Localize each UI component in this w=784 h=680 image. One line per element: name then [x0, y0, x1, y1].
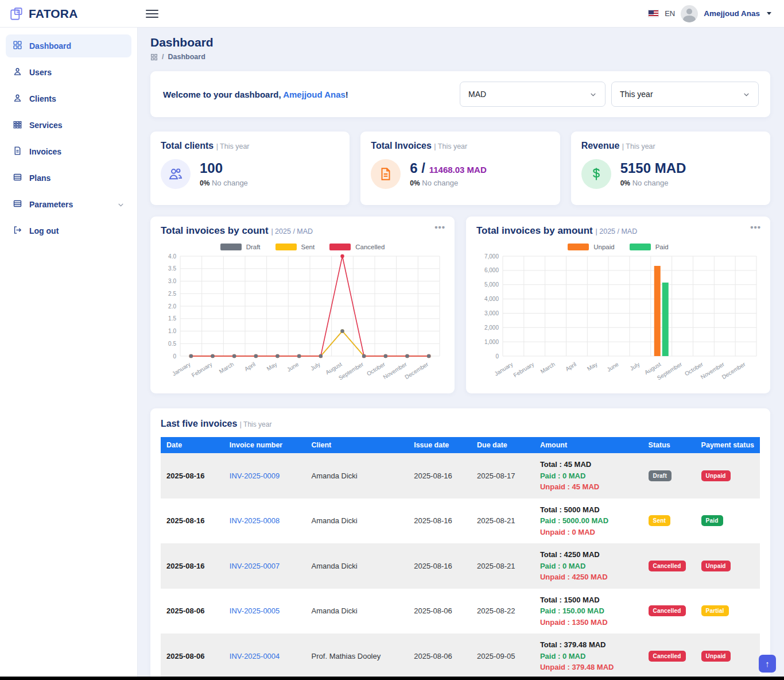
avatar[interactable]	[681, 5, 698, 22]
svg-text:0.5: 0.5	[168, 341, 176, 347]
svg-text:2.5: 2.5	[168, 291, 176, 297]
column-header-amount: Amount	[534, 437, 643, 453]
svg-text:7,000: 7,000	[484, 253, 499, 260]
dollar-icon	[581, 159, 611, 189]
invoice-link[interactable]: INV-2025-0009	[230, 472, 280, 480]
welcome-card: Welcome to your dashboard, Amejjoud Anas…	[150, 71, 770, 117]
sidebar-item-label: Users	[29, 68, 52, 77]
svg-text:December: December	[721, 361, 747, 380]
breadcrumb-item[interactable]: Dashboard	[168, 53, 205, 61]
invoice-link[interactable]: INV-2025-0007	[230, 562, 280, 570]
currency-select[interactable]: MAD	[460, 82, 606, 107]
sidebar-item-log-out[interactable]: Log out	[6, 219, 131, 242]
user-menu[interactable]: Amejjoud Anas	[704, 9, 760, 18]
stat-card-total-clients: Total clients | This year 100 0% No chan…	[150, 132, 350, 205]
cell-invoice: INV-2025-0009	[224, 453, 306, 499]
chart-legend: DraftSentCancelled	[161, 244, 444, 250]
legend-item-unpaid[interactable]: Unpaid	[568, 244, 614, 250]
svg-text:May: May	[266, 361, 278, 372]
welcome-message: Welcome to your dashboard, Amejjoud Anas…	[163, 90, 348, 99]
line-chart: 00.51.01.52.02.53.03.54.0JanuaryFebruary…	[161, 252, 444, 382]
legend-swatch	[220, 244, 242, 250]
svg-text:5,000: 5,000	[484, 281, 499, 288]
sidebar-item-label: Clients	[29, 94, 56, 103]
sidebar: DashboardUsersClientsServicesInvoicesPla…	[0, 28, 138, 677]
sidebar-item-users[interactable]: Users	[6, 61, 131, 84]
invoice-link[interactable]: INV-2025-0004	[230, 652, 280, 660]
column-header-issue-date: Issue date	[408, 437, 471, 453]
chevron-down-icon[interactable]	[767, 12, 771, 15]
cell-amount: Total : 5000 MADPaid : 5000.00 MADUnpaid…	[534, 499, 643, 544]
amount-total: Total : 45 MAD	[540, 459, 637, 470]
svg-text:June: June	[286, 361, 300, 373]
invoice-link[interactable]: INV-2025-0008	[230, 516, 280, 525]
column-header-payment-status: Payment status	[696, 437, 760, 453]
amount-unpaid: Unpaid : 379.48 MAD	[540, 662, 637, 673]
chart-card-invoices-by-count: Total invoices by count | 2025 / MAD •••…	[150, 217, 455, 393]
legend-item-draft[interactable]: Draft	[220, 244, 261, 250]
clients-icon	[161, 159, 191, 189]
sidebar-item-invoices[interactable]: Invoices	[6, 140, 131, 163]
amount-unpaid: Unpaid : 0 MAD	[540, 527, 637, 538]
svg-text:June: June	[606, 361, 620, 373]
sidebar-item-label: Invoices	[29, 147, 61, 156]
page-title: Dashboard	[150, 36, 770, 49]
svg-text:July: July	[309, 361, 321, 372]
legend-item-cancelled[interactable]: Cancelled	[329, 244, 385, 250]
period-select[interactable]: This year	[611, 82, 759, 107]
cell-date: 2025-08-06	[161, 589, 224, 634]
cell-date: 2025-08-06	[161, 633, 224, 679]
payment-status-badge: Unpaid	[701, 470, 731, 481]
cell-due-date: 2025-08-21	[471, 499, 534, 544]
cell-due-date: 2025-08-17	[471, 453, 534, 499]
column-header-invoice-number: Invoice number	[224, 437, 306, 453]
table-row: 2025-08-16INV-2025-0008Amanda Dicki2025-…	[161, 499, 760, 544]
sidebar-item-label: Services	[29, 121, 63, 130]
file-icon	[13, 146, 22, 157]
invoice-link[interactable]: INV-2025-0005	[230, 606, 280, 615]
scroll-to-top-button[interactable]: ↑	[759, 655, 776, 673]
svg-text:April: April	[243, 361, 257, 372]
sidebar-item-parameters[interactable]: Parameters	[6, 193, 131, 216]
cell-amount: Total : 379.48 MADPaid : 0 MADUnpaid : 3…	[534, 633, 643, 679]
rows-icon	[13, 172, 22, 184]
cell-amount: Total : 45 MADPaid : 0 MADUnpaid : 45 MA…	[534, 453, 643, 499]
sidebar-item-clients[interactable]: Clients	[6, 87, 131, 110]
cell-invoice: INV-2025-0007	[224, 543, 306, 589]
language-label[interactable]: EN	[665, 9, 675, 18]
svg-text:November: November	[382, 361, 409, 380]
legend-item-sent[interactable]: Sent	[275, 244, 315, 250]
cell-amount: Total : 1500 MADPaid : 150.00 MADUnpaid …	[534, 589, 643, 634]
svg-text:3,000: 3,000	[484, 310, 499, 316]
chart-title: Total invoices by amount | 2025 / MAD	[476, 225, 760, 237]
svg-text:1,000: 1,000	[484, 339, 499, 345]
legend-swatch	[568, 244, 589, 250]
legend-swatch	[275, 244, 297, 250]
chart-card-invoices-by-amount: Total invoices by amount | 2025 / MAD ••…	[466, 217, 770, 393]
sidebar-item-plans[interactable]: Plans	[6, 167, 131, 190]
payment-status-badge: Unpaid	[701, 561, 731, 571]
amount-unpaid: Unpaid : 1350 MAD	[540, 617, 637, 628]
status-badge: Cancelled	[649, 651, 686, 662]
stat-title: Revenue | This year	[581, 141, 760, 151]
cell-date: 2025-08-16	[161, 543, 224, 589]
svg-text:April: April	[564, 361, 577, 372]
sidebar-item-dashboard[interactable]: Dashboard	[6, 34, 131, 57]
card-menu-button[interactable]: •••	[750, 222, 761, 232]
amount-total: Total : 379.48 MAD	[540, 639, 637, 651]
column-header-status: Status	[643, 437, 696, 453]
cell-amount: Total : 4250 MADPaid : 0 MADUnpaid : 425…	[534, 543, 643, 589]
sidebar-item-services[interactable]: Services	[6, 114, 131, 137]
stat-change: 0% No change	[410, 179, 486, 187]
svg-text:January: January	[493, 361, 514, 377]
top-header: FATORA EN Amejjoud Anas	[0, 0, 784, 28]
chevron-down-icon	[589, 91, 597, 98]
cell-status: Sent	[643, 499, 696, 544]
breadcrumb: / Dashboard	[150, 53, 770, 61]
hamburger-menu-icon[interactable]	[146, 7, 158, 20]
chart-legend: UnpaidPaid	[476, 244, 760, 250]
legend-item-paid[interactable]: Paid	[630, 244, 669, 250]
card-menu-button[interactable]: •••	[434, 222, 445, 232]
svg-text:4,000: 4,000	[484, 296, 499, 302]
cell-status: Draft	[643, 453, 696, 499]
